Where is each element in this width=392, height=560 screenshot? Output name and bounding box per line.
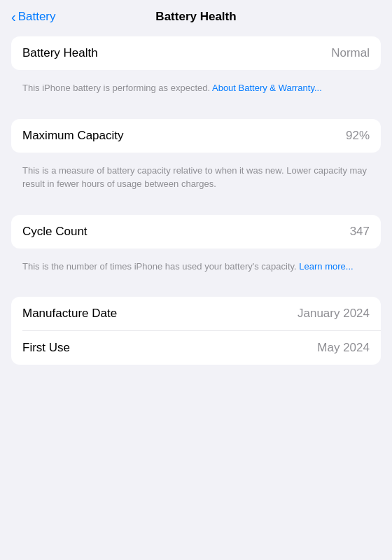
first-use-label: First Use bbox=[22, 341, 70, 355]
maximum-capacity-card: Maximum Capacity 92% bbox=[11, 119, 381, 153]
dates-card: Manufacture Date January 2024 First Use … bbox=[11, 297, 381, 365]
back-chevron-icon: ‹ bbox=[11, 10, 16, 24]
maximum-capacity-value: 92% bbox=[346, 129, 370, 143]
content-area: Battery Health Normal This iPhone batter… bbox=[0, 31, 392, 376]
cycle-count-value: 347 bbox=[350, 225, 370, 239]
battery-health-card: Battery Health Normal bbox=[11, 36, 381, 70]
manufacture-date-label: Manufacture Date bbox=[22, 307, 117, 321]
about-battery-link[interactable]: About Battery & Warranty... bbox=[212, 83, 322, 93]
battery-health-desc-before-link: This iPhone battery is performing as exp… bbox=[22, 83, 212, 93]
gap-3 bbox=[11, 283, 381, 297]
manufacture-date-row: Manufacture Date January 2024 bbox=[11, 297, 381, 330]
back-label: Battery bbox=[18, 10, 56, 24]
page-title: Battery Health bbox=[155, 10, 236, 24]
cycle-count-desc-before-link: This is the number of times iPhone has u… bbox=[22, 261, 299, 272]
battery-health-label: Battery Health bbox=[22, 46, 98, 60]
learn-more-link[interactable]: Learn more... bbox=[299, 261, 353, 272]
cycle-count-card: Cycle Count 347 bbox=[11, 215, 381, 248]
maximum-capacity-row: Maximum Capacity 92% bbox=[11, 119, 381, 153]
battery-health-value: Normal bbox=[331, 46, 370, 60]
maximum-capacity-label: Maximum Capacity bbox=[22, 129, 124, 143]
battery-health-row: Battery Health Normal bbox=[11, 36, 381, 70]
first-use-row: First Use May 2024 bbox=[11, 331, 381, 365]
cycle-count-row: Cycle Count 347 bbox=[11, 215, 381, 248]
maximum-capacity-description: This is a measure of battery capacity re… bbox=[11, 158, 381, 201]
maximum-capacity-desc-text: This is a measure of battery capacity re… bbox=[22, 165, 367, 190]
cycle-count-desc-text: This is the number of times iPhone has u… bbox=[22, 261, 354, 272]
manufacture-date-value: January 2024 bbox=[298, 307, 370, 321]
gap-2 bbox=[11, 201, 381, 215]
battery-health-desc-text: This iPhone battery is performing as exp… bbox=[22, 83, 322, 93]
first-use-value: May 2024 bbox=[317, 341, 370, 355]
gap-1 bbox=[11, 105, 381, 119]
navigation-header: ‹ Battery Battery Health bbox=[0, 0, 392, 31]
back-button[interactable]: ‹ Battery bbox=[11, 10, 56, 24]
battery-health-description: This iPhone battery is performing as exp… bbox=[11, 76, 381, 105]
cycle-count-label: Cycle Count bbox=[22, 225, 88, 239]
cycle-count-description: This is the number of times iPhone has u… bbox=[11, 254, 381, 284]
